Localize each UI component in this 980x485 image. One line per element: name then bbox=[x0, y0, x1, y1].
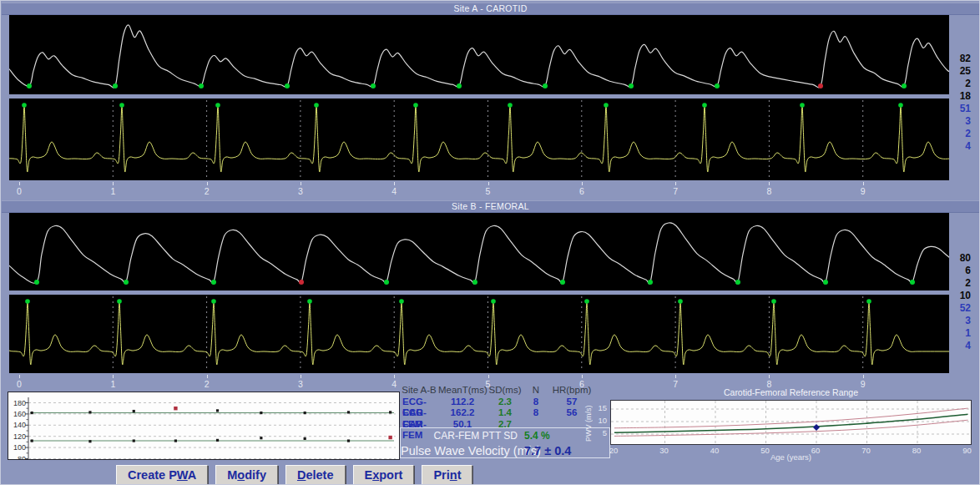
time-tick-label: 6 bbox=[579, 186, 584, 196]
time-tick-label: 1 bbox=[110, 379, 115, 389]
ref-xtick-label: 40 bbox=[705, 446, 724, 455]
time-tick-label: 2 bbox=[205, 379, 210, 389]
button-print[interactable]: Print bbox=[422, 465, 472, 485]
table-row: ECG-CAR112.22.3857 bbox=[400, 397, 600, 408]
ref-xtick-label: 90 bbox=[958, 446, 977, 455]
pwv-row: Pulse Wave Velocity (m/s) 7.7 ± 0.4 bbox=[401, 442, 609, 458]
signal-value: 3 bbox=[949, 315, 971, 327]
time-tick bbox=[863, 182, 864, 185]
time-tick bbox=[113, 375, 114, 378]
time-tick bbox=[769, 182, 770, 185]
button-create-pwa[interactable]: Create PWA bbox=[116, 465, 208, 485]
time-tick bbox=[207, 182, 208, 185]
site-b-title: Site B - FEMORAL bbox=[452, 201, 529, 211]
reference-range-title: Carotid-Femoral Reference Range bbox=[610, 387, 972, 397]
ref-xtick-label: 80 bbox=[907, 446, 926, 455]
svg-text:80: 80 bbox=[18, 455, 26, 460]
site-a-title: Site A - CAROTID bbox=[453, 3, 527, 13]
signal-value: 10 bbox=[949, 290, 971, 302]
table-row: ECG-FEM162.21.4856 bbox=[400, 407, 600, 419]
signal-value: 4 bbox=[949, 140, 971, 153]
time-tick bbox=[19, 182, 20, 185]
site-b-signal-values: 80621052314 bbox=[949, 252, 971, 352]
ref-xtick-label: 50 bbox=[756, 446, 775, 455]
ptt-sd-label: CAR-FEM PTT SD bbox=[401, 430, 524, 442]
ref-xtick-label: 70 bbox=[857, 446, 876, 455]
signal-value: 2 bbox=[949, 277, 971, 290]
signal-value: 2 bbox=[949, 78, 971, 90]
table-header-cell: N bbox=[523, 385, 548, 397]
site-a-ecg-panel bbox=[9, 99, 949, 180]
pwv-summary-box: CAR-FEM PTT SD 5.4 % Pulse Wave Velocity… bbox=[400, 427, 610, 458]
button-modify[interactable]: Modify bbox=[215, 465, 278, 485]
site-b-titlebar: Site B - FEMORAL bbox=[2, 200, 979, 213]
time-tick bbox=[488, 182, 489, 185]
ref-ytick-label: 5 bbox=[592, 428, 607, 437]
ptt-trend-chart: 18016014012010080 bbox=[8, 392, 400, 460]
table-header-cell: HR(bpm) bbox=[548, 385, 595, 397]
site-b-ecg-panel bbox=[9, 295, 949, 373]
table-header-row: Site A-BMeanT(ms)SD(ms)NHR(bpm) bbox=[400, 385, 600, 397]
signal-value: 51 bbox=[949, 103, 971, 115]
time-tick bbox=[113, 182, 114, 185]
signal-value: 52 bbox=[949, 302, 971, 315]
reference-range-chart bbox=[610, 400, 972, 445]
table-header-cell: SD(ms) bbox=[487, 385, 523, 397]
signal-value: 80 bbox=[949, 252, 971, 265]
svg-text:120: 120 bbox=[13, 432, 26, 441]
ptt-sd-row: CAR-FEM PTT SD 5.4 % bbox=[401, 429, 609, 442]
site-a-signal-values: 822521851324 bbox=[949, 53, 971, 153]
pwv-value: 7.7 ± 0.4 bbox=[524, 444, 609, 457]
time-tick bbox=[394, 375, 395, 378]
time-tick-label: 2 bbox=[205, 186, 210, 196]
time-tick bbox=[582, 375, 583, 378]
time-tick bbox=[582, 182, 583, 185]
time-tick bbox=[675, 375, 676, 378]
pwv-analysis-window: Site A - CAROTID 0123456789 822521851324… bbox=[0, 0, 980, 485]
time-tick bbox=[488, 375, 489, 378]
time-tick bbox=[301, 375, 301, 378]
svg-text:140: 140 bbox=[13, 421, 26, 429]
signal-value: 82 bbox=[949, 53, 971, 65]
svg-text:100: 100 bbox=[13, 443, 26, 452]
time-tick bbox=[863, 375, 864, 378]
time-tick-label: 5 bbox=[486, 186, 491, 196]
site-b-pulse-panel bbox=[9, 213, 949, 290]
time-tick-label: 0 bbox=[17, 186, 22, 196]
time-tick-label: 7 bbox=[673, 186, 678, 196]
table-header-cell: MeanT(ms) bbox=[438, 385, 487, 397]
button-export[interactable]: Export bbox=[353, 465, 415, 485]
signal-value: 25 bbox=[949, 65, 971, 78]
time-tick bbox=[394, 182, 395, 185]
time-tick-label: 8 bbox=[766, 186, 771, 196]
signal-value: 1 bbox=[949, 327, 971, 340]
signal-value: 3 bbox=[949, 115, 971, 128]
time-tick-label: 0 bbox=[17, 379, 22, 389]
signal-value: 2 bbox=[949, 128, 971, 140]
button-delete[interactable]: Delete bbox=[285, 465, 346, 485]
pwv-label: Pulse Wave Velocity (m/s) bbox=[401, 444, 524, 457]
time-tick-label: 1 bbox=[110, 186, 115, 196]
ref-ytick-label: 10 bbox=[592, 416, 607, 425]
time-tick-label: 4 bbox=[391, 379, 397, 389]
time-tick bbox=[19, 375, 20, 378]
site-a-titlebar: Site A - CAROTID bbox=[2, 3, 979, 15]
ref-ytick-label: 15 bbox=[592, 403, 607, 412]
time-tick-label: 9 bbox=[861, 186, 866, 196]
ref-xtick-label: 20 bbox=[604, 446, 623, 455]
time-tick bbox=[207, 375, 208, 378]
time-tick-label: 3 bbox=[298, 379, 303, 389]
site-a-pulse-panel bbox=[9, 15, 949, 94]
ref-xtick-label: 60 bbox=[806, 446, 825, 455]
time-tick-label: 4 bbox=[391, 186, 397, 196]
table-header-cell: Site A-B bbox=[400, 385, 438, 397]
timing-results-table: Site A-BMeanT(ms)SD(ms)NHR(bpm)ECG-CAR11… bbox=[400, 385, 600, 430]
signal-value: 4 bbox=[949, 340, 971, 352]
signal-value: 6 bbox=[949, 265, 971, 277]
time-tick bbox=[301, 182, 301, 185]
svg-text:180: 180 bbox=[13, 399, 26, 407]
ref-xtick-label: 30 bbox=[655, 446, 674, 455]
time-tick-label: 3 bbox=[298, 186, 303, 196]
action-button-row: Create PWAModifyDeleteExportPrint bbox=[116, 465, 472, 485]
site-a-time-axis: 0123456789 bbox=[9, 181, 949, 200]
